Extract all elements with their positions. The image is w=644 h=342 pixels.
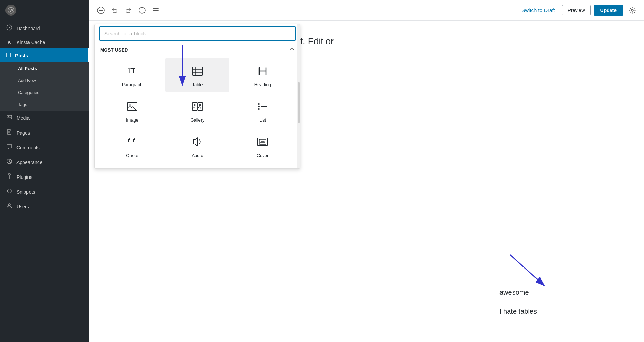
block-item-image[interactable]: Image bbox=[100, 93, 164, 127]
svg-rect-4 bbox=[7, 115, 12, 119]
block-search-input[interactable] bbox=[99, 26, 296, 41]
svg-rect-7 bbox=[8, 174, 10, 175]
table-cell-awesome[interactable]: awesome bbox=[493, 283, 630, 302]
block-item-quote[interactable]: Quote bbox=[100, 129, 164, 163]
most-used-header: Most Used bbox=[95, 43, 300, 55]
svg-point-12 bbox=[631, 9, 633, 11]
block-label: Paragraph bbox=[122, 82, 143, 87]
sidebar-item-label: Comments bbox=[16, 145, 40, 150]
sidebar-item-pages[interactable]: Pages bbox=[0, 125, 89, 140]
posts-submenu: All Posts Add New Categories Tags bbox=[0, 62, 89, 111]
block-label: Cover bbox=[257, 153, 269, 158]
block-item-heading[interactable]: Heading bbox=[231, 58, 295, 92]
block-item-table[interactable]: Table bbox=[165, 58, 229, 92]
heading-icon bbox=[254, 63, 271, 79]
sidebar-item-label: Users bbox=[16, 204, 29, 209]
svg-point-8 bbox=[8, 204, 10, 206]
audio-icon bbox=[189, 134, 206, 150]
redo-button[interactable] bbox=[122, 4, 135, 16]
preview-button[interactable]: Preview bbox=[562, 5, 591, 15]
svg-point-28 bbox=[258, 103, 260, 105]
block-item-cover[interactable]: Cover bbox=[231, 129, 295, 163]
sidebar-item-users[interactable]: Users bbox=[0, 199, 89, 214]
block-item-audio[interactable]: Audio bbox=[165, 129, 229, 163]
sidebar-item-plugins[interactable]: Plugins bbox=[0, 170, 89, 184]
add-block-button[interactable] bbox=[95, 4, 107, 16]
gallery-icon bbox=[189, 98, 206, 115]
svg-rect-22 bbox=[127, 103, 137, 110]
kinsta-icon: K bbox=[5, 39, 13, 45]
image-icon bbox=[124, 98, 140, 115]
editor-area: s is your first post. Edit or awesome I … bbox=[89, 21, 644, 342]
sidebar: W Dashboard K Kinsta Cache Posts All Pos… bbox=[0, 0, 89, 342]
table-icon bbox=[189, 63, 206, 79]
block-list-button[interactable] bbox=[150, 4, 162, 16]
sidebar-item-all-posts[interactable]: All Posts bbox=[0, 62, 89, 75]
sidebar-item-label: Media bbox=[16, 115, 30, 121]
block-item-paragraph[interactable]: Paragraph bbox=[100, 58, 164, 92]
sidebar-item-tags[interactable]: Tags bbox=[0, 99, 89, 111]
editor-tools bbox=[95, 4, 162, 16]
users-icon bbox=[5, 203, 13, 210]
sidebar-item-dashboard[interactable]: Dashboard bbox=[0, 21, 89, 36]
sidebar-item-label: Appearance bbox=[16, 160, 43, 165]
pages-icon bbox=[5, 129, 13, 137]
sidebar-item-label: Kinsta Cache bbox=[16, 39, 45, 45]
blocks-grid: Paragraph Table bbox=[95, 55, 300, 168]
media-icon bbox=[5, 114, 13, 122]
svg-text:W: W bbox=[9, 8, 13, 13]
appearance-icon bbox=[5, 158, 13, 166]
main-area: Switch to Draft Preview Update s is your… bbox=[89, 0, 644, 342]
undo-button[interactable] bbox=[108, 4, 121, 16]
sidebar-item-kinsta-cache[interactable]: K Kinsta Cache bbox=[0, 36, 89, 48]
svg-line-14 bbox=[510, 255, 544, 286]
categories-label: Categories bbox=[18, 90, 39, 95]
sidebar-logo: W bbox=[0, 0, 89, 21]
wp-logo-icon: W bbox=[5, 5, 16, 16]
sidebar-item-posts[interactable]: Posts bbox=[0, 48, 89, 62]
list-icon bbox=[254, 98, 271, 115]
info-button[interactable] bbox=[136, 4, 148, 16]
block-label: Image bbox=[126, 117, 138, 123]
collapse-section-button[interactable] bbox=[289, 46, 295, 53]
sidebar-item-comments[interactable]: Comments bbox=[0, 140, 89, 155]
comments-icon bbox=[5, 144, 13, 151]
svg-rect-17 bbox=[193, 67, 202, 75]
sidebar-item-add-new[interactable]: Add New bbox=[0, 75, 89, 87]
inserter-scrollbar[interactable] bbox=[297, 24, 300, 168]
update-button[interactable]: Update bbox=[594, 5, 623, 16]
most-used-label: Most Used bbox=[100, 47, 128, 53]
table-cell-hate[interactable]: I hate tables bbox=[493, 302, 630, 321]
block-item-gallery[interactable]: Gallery bbox=[165, 93, 229, 127]
svg-point-11 bbox=[142, 9, 142, 9]
topbar: Switch to Draft Preview Update bbox=[89, 0, 644, 21]
scrollbar-thumb bbox=[298, 82, 300, 123]
paragraph-icon bbox=[124, 63, 140, 79]
sidebar-item-label: Posts bbox=[15, 53, 28, 58]
block-label: Audio bbox=[192, 153, 203, 158]
block-item-list[interactable]: List bbox=[231, 93, 295, 127]
block-label: Quote bbox=[126, 153, 138, 158]
sidebar-item-categories[interactable]: Categories bbox=[0, 87, 89, 99]
svg-rect-24 bbox=[192, 103, 197, 110]
svg-point-30 bbox=[258, 106, 260, 107]
all-posts-label: All Posts bbox=[18, 66, 37, 71]
sidebar-item-appearance[interactable]: Appearance bbox=[0, 155, 89, 170]
sidebar-item-snippets[interactable]: Snippets bbox=[0, 184, 89, 199]
svg-point-3 bbox=[9, 27, 10, 28]
cover-icon bbox=[254, 134, 271, 150]
sidebar-item-media[interactable]: Media bbox=[0, 111, 89, 125]
block-search-container bbox=[95, 24, 300, 43]
settings-button[interactable] bbox=[626, 4, 639, 16]
svg-point-32 bbox=[258, 108, 260, 110]
editor-table: awesome I hate tables bbox=[493, 283, 630, 321]
svg-point-23 bbox=[129, 104, 131, 106]
switch-to-draft-button[interactable]: Switch to Draft bbox=[517, 5, 559, 15]
block-label: Heading bbox=[254, 82, 271, 87]
svg-point-26 bbox=[194, 104, 195, 106]
block-label: List bbox=[259, 117, 266, 123]
add-new-label: Add New bbox=[18, 78, 36, 83]
svg-point-27 bbox=[199, 104, 201, 106]
block-label: Table bbox=[192, 82, 203, 87]
block-label: Gallery bbox=[190, 117, 204, 123]
